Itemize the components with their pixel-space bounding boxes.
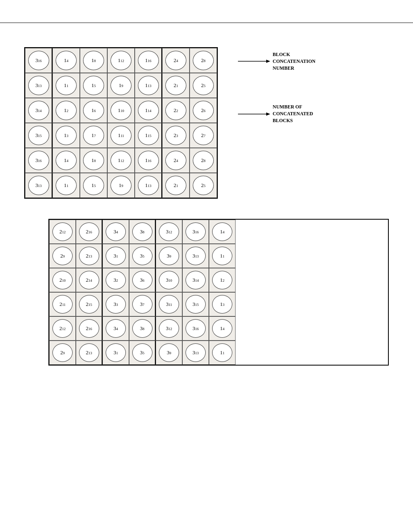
cell-text: 35 — [140, 349, 144, 356]
list-item: 19 — [107, 173, 135, 198]
list-item: 31 — [102, 244, 129, 268]
list-item: 16 — [80, 98, 107, 123]
list-item: 11 — [52, 173, 80, 198]
list-item: 212 — [49, 316, 76, 341]
cell-circle: 313 — [186, 343, 206, 362]
list-item: 24 — [162, 148, 190, 173]
cell-text: 28 — [201, 57, 206, 64]
cell-circle: 39 — [159, 343, 179, 362]
cell-circle: 315 — [28, 126, 49, 145]
cell-circle: 25 — [193, 76, 214, 95]
cell-circle: 11 — [56, 176, 77, 195]
cell-subscript: 12 — [62, 327, 66, 331]
cell-subscript: 7 — [204, 134, 206, 138]
list-item: 32 — [102, 268, 129, 292]
cell-text: 15 — [92, 182, 96, 189]
cell-subscript: 5 — [204, 84, 206, 88]
page-header — [0, 0, 413, 23]
list-item: 33 — [102, 292, 129, 316]
cell-text: 12 — [220, 277, 225, 283]
cell-subscript: 1 — [67, 184, 69, 188]
cell-circle: 32 — [106, 271, 126, 289]
cell-subscript: 8 — [143, 327, 145, 331]
list-item: 22 — [162, 98, 190, 123]
cell-circle: 28 — [193, 151, 214, 170]
cell-subscript: 14 — [88, 279, 92, 283]
cell-text: 216 — [86, 325, 92, 332]
cell-subscript: 15 — [38, 134, 42, 138]
cell-text: 215 — [86, 301, 92, 308]
cell-circle: 31 — [106, 247, 126, 265]
cell-text: 36 — [140, 277, 144, 283]
cell-subscript: 12 — [169, 327, 172, 331]
cell-text: 314 — [192, 277, 199, 283]
cell-subscript: 13 — [148, 184, 151, 188]
cell-text: 314 — [35, 107, 42, 114]
cell-circle: 115 — [138, 126, 159, 145]
cell-circle: 12 — [212, 271, 232, 289]
cell-text: 24 — [174, 57, 178, 64]
cell-subscript: 12 — [169, 231, 172, 234]
list-item: 311 — [156, 292, 182, 316]
cell-circle: 114 — [138, 101, 159, 120]
list-item: 21 — [162, 73, 190, 98]
cell-subscript: 4 — [116, 327, 118, 331]
cell-circle: 24 — [165, 51, 186, 70]
cell-text: 33 — [114, 301, 118, 308]
cell-circle: 15 — [83, 76, 104, 95]
table-row: 2921331353931311 — [49, 244, 388, 268]
cell-subscript: 8 — [204, 59, 206, 63]
cell-subscript: 1 — [176, 184, 178, 188]
cell-text: 37 — [140, 301, 144, 308]
list-item: 312 — [156, 220, 182, 244]
list-item: 315 — [25, 123, 52, 148]
cell-subscript: 16 — [148, 59, 151, 63]
list-item: 12 — [209, 268, 236, 292]
list-item: 11 — [209, 244, 236, 268]
cell-text: 210 — [59, 277, 66, 283]
cell-subscript: 15 — [88, 303, 92, 307]
cell-subscript: 4 — [67, 59, 69, 63]
list-item: 14 — [52, 148, 80, 173]
list-item: 21 — [162, 173, 190, 198]
table-row: 211215333731131513 — [49, 292, 388, 316]
cell-circle: 34 — [106, 319, 126, 338]
list-item: 114 — [135, 98, 162, 123]
cell-text: 113 — [145, 182, 152, 189]
list-item: 113 — [135, 173, 162, 198]
cell-text: 24 — [174, 157, 178, 164]
cell-text: 213 — [86, 349, 92, 356]
cell-subscript: 12 — [121, 59, 124, 63]
cell-subscript: 8 — [204, 159, 206, 163]
list-item: 112 — [107, 148, 135, 173]
cell-subscript: 3 — [223, 303, 225, 307]
list-item: 28 — [190, 148, 217, 173]
list-item: 38 — [129, 316, 156, 341]
table-row: 2921331353931311 — [49, 341, 388, 365]
list-item: 29 — [49, 244, 76, 268]
table-row: 212216343831231614 — [49, 316, 388, 341]
cell-text: 39 — [167, 253, 171, 259]
cell-text: 315 — [35, 132, 42, 139]
cell-subscript: 1 — [176, 84, 178, 88]
cell-subscript: 13 — [88, 351, 92, 355]
cell-subscript: 2 — [223, 279, 225, 283]
cell-text: 11 — [220, 349, 225, 356]
list-item: 25 — [190, 73, 217, 98]
cell-text: 12 — [64, 107, 69, 114]
annotations-a: BLOCKCONCATENATIONNUMBER NUMBER OFCONCAT… — [238, 51, 315, 124]
list-item: 215 — [76, 292, 102, 316]
cell-circle: 14 — [212, 222, 232, 241]
list-item: 314 — [182, 268, 209, 292]
cell-subscript: 7 — [143, 303, 145, 307]
cell-circle: 21 — [165, 76, 186, 95]
list-item: 18 — [80, 48, 107, 73]
cell-subscript: 10 — [121, 109, 124, 113]
cell-text: 16 — [92, 107, 96, 114]
cell-subscript: 9 — [121, 84, 123, 88]
cell-text: 38 — [140, 325, 144, 332]
cell-text: 316 — [192, 229, 199, 235]
cell-circle: 110 — [111, 101, 131, 120]
list-item: 35 — [129, 341, 156, 365]
cell-circle: 211 — [52, 295, 73, 314]
